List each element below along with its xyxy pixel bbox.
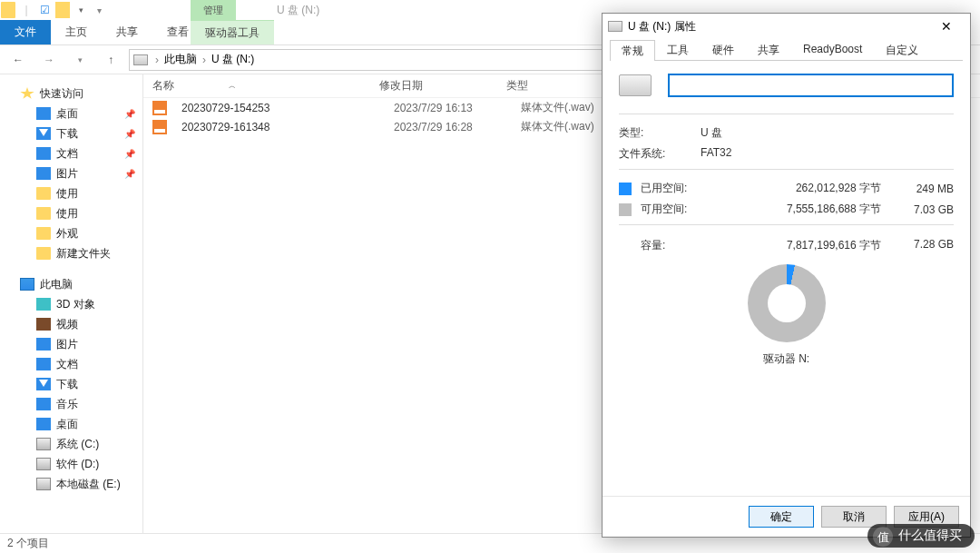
sidebar-label: 下载: [56, 377, 78, 392]
sidebar-label: 下载: [56, 126, 78, 142]
used-label: 已用空间:: [641, 181, 719, 196]
free-bytes: 7,555,186,688 字节: [719, 202, 899, 217]
sidebar-label: 外观: [56, 226, 78, 242]
checkbox-icon[interactable]: ☑: [36, 2, 53, 18]
breadcrumb-sep: ›: [153, 54, 161, 66]
column-header-name[interactable]: 名称︿: [143, 78, 370, 94]
sidebar-folder-new[interactable]: 新建文件夹: [0, 243, 142, 263]
capacity-hr: 7.28 GB: [899, 238, 954, 253]
sidebar-drive-c[interactable]: 系统 (C:): [0, 434, 142, 454]
column-header-type[interactable]: 类型: [497, 78, 615, 94]
navigation-sidebar: 快速访问 桌面📌 下载📌 文档📌 图片📌 使用 使用 外观 新建文件夹 此电脑 …: [0, 74, 143, 533]
pin-icon: 📌: [124, 129, 135, 139]
filesystem-value: FAT32: [701, 146, 731, 162]
sidebar-label: 文档: [56, 357, 78, 372]
sidebar-3d-objects[interactable]: 3D 对象: [0, 294, 142, 314]
sidebar-folder-use1[interactable]: 使用: [0, 183, 142, 203]
folder-icon: [36, 207, 51, 220]
folder-icon: [36, 187, 51, 200]
nav-recent-dropdown[interactable]: ▾: [67, 48, 93, 72]
sidebar-drive-d[interactable]: 软件 (D:): [0, 454, 142, 474]
drive-icon: [36, 478, 51, 490]
music-icon: [36, 398, 51, 410]
breadcrumb-sep: ›: [201, 54, 208, 66]
sidebar-desktop2[interactable]: 桌面: [0, 414, 142, 434]
used-hr: 249 MB: [899, 183, 954, 195]
sidebar-downloads2[interactable]: 下载: [0, 374, 142, 394]
wav-file-icon: [152, 120, 167, 134]
tab-sharing[interactable]: 共享: [746, 39, 791, 60]
sidebar-music[interactable]: 音乐: [0, 394, 142, 414]
tab-home[interactable]: 主页: [51, 20, 102, 44]
nav-forward-button[interactable]: →: [36, 48, 62, 72]
address-bar[interactable]: › 此电脑 › U 盘 (N:): [129, 49, 619, 71]
folder-icon: [36, 247, 51, 260]
tab-readyboost[interactable]: ReadyBoost: [791, 39, 874, 60]
sidebar-documents2[interactable]: 文档: [0, 354, 142, 374]
sidebar-desktop[interactable]: 桌面📌: [0, 104, 142, 123]
close-button[interactable]: ✕: [928, 19, 965, 34]
sidebar-label: 图片: [56, 166, 78, 182]
capacity-bytes: 7,817,199,616 字节: [719, 238, 899, 253]
sidebar-label: 图片: [56, 337, 78, 352]
dialog-titlebar: U 盘 (N:) 属性 ✕: [603, 14, 970, 39]
ok-button[interactable]: 确定: [749, 506, 814, 528]
picture-icon: [36, 338, 51, 351]
tab-file[interactable]: 文件: [0, 20, 51, 44]
breadcrumb-current[interactable]: U 盘 (N:): [208, 52, 258, 67]
folder-open-icon[interactable]: [54, 2, 71, 18]
sidebar-drive-e[interactable]: 本地磁盘 (E:): [0, 474, 142, 494]
sidebar-quick-access[interactable]: 快速访问: [0, 84, 142, 104]
free-hr: 7.03 GB: [899, 203, 954, 216]
document-icon: [36, 358, 51, 370]
sidebar-pictures2[interactable]: 图片: [0, 334, 142, 354]
sidebar-label: 桌面: [56, 417, 78, 432]
watermark-text: 什么值得买: [898, 528, 962, 544]
pin-icon: 📌: [124, 109, 135, 119]
tab-tools[interactable]: 工具: [655, 39, 701, 60]
sidebar-folder-use2[interactable]: 使用: [0, 203, 142, 223]
drive-name-input[interactable]: [668, 74, 954, 97]
qat-sep: |: [18, 2, 34, 18]
sidebar-videos[interactable]: 视频: [0, 314, 142, 334]
tab-hardware[interactable]: 硬件: [701, 39, 746, 60]
column-header-date[interactable]: 修改日期: [370, 78, 497, 94]
nav-up-button[interactable]: ↑: [98, 48, 123, 72]
qat-overflow[interactable]: ▾: [91, 2, 107, 18]
sidebar-documents[interactable]: 文档📌: [0, 143, 142, 163]
sidebar-label: 使用: [56, 206, 78, 222]
sidebar-pictures[interactable]: 图片📌: [0, 163, 142, 183]
properties-dialog: U 盘 (N:) 属性 ✕ 常规 工具 硬件 共享 ReadyBoost 自定义…: [602, 13, 971, 538]
drive-icon: [133, 54, 148, 65]
sidebar-this-pc[interactable]: 此电脑: [0, 274, 142, 294]
sidebar-downloads[interactable]: 下载📌: [0, 123, 142, 143]
folder-icon: [36, 227, 51, 240]
download-icon: [36, 378, 51, 390]
sidebar-label: 3D 对象: [56, 297, 95, 312]
tab-share[interactable]: 共享: [102, 20, 152, 44]
file-name: 20230729-154253: [172, 102, 385, 114]
drive-large-icon: [619, 74, 652, 96]
sidebar-label: 新建文件夹: [56, 246, 111, 262]
video-icon: [36, 318, 51, 331]
sort-caret-icon: ︿: [229, 81, 236, 91]
tab-drive-tools[interactable]: 驱动器工具: [191, 20, 274, 44]
sidebar-label: 此电脑: [40, 277, 73, 292]
type-value: U 盘: [701, 125, 722, 141]
breadcrumb-this-pc[interactable]: 此电脑: [161, 52, 201, 67]
nav-back-button[interactable]: ←: [5, 48, 31, 72]
sidebar-label: 快速访问: [40, 86, 83, 102]
sidebar-label: 系统 (C:): [56, 437, 99, 452]
document-icon: [36, 147, 51, 160]
used-bytes: 262,012,928 字节: [719, 181, 899, 196]
watermark-icon: 值: [877, 529, 889, 546]
sidebar-label: 使用: [56, 186, 78, 202]
tab-general[interactable]: 常规: [610, 40, 655, 61]
qat-dropdown-icon[interactable]: ▾: [73, 2, 89, 18]
usage-donut-chart: [748, 264, 826, 342]
file-name: 20230729-161348: [172, 121, 385, 133]
wav-file-icon: [152, 101, 167, 115]
sidebar-folder-appearance[interactable]: 外观: [0, 223, 142, 243]
tab-custom[interactable]: 自定义: [874, 39, 930, 60]
drive-icon: [608, 21, 622, 32]
